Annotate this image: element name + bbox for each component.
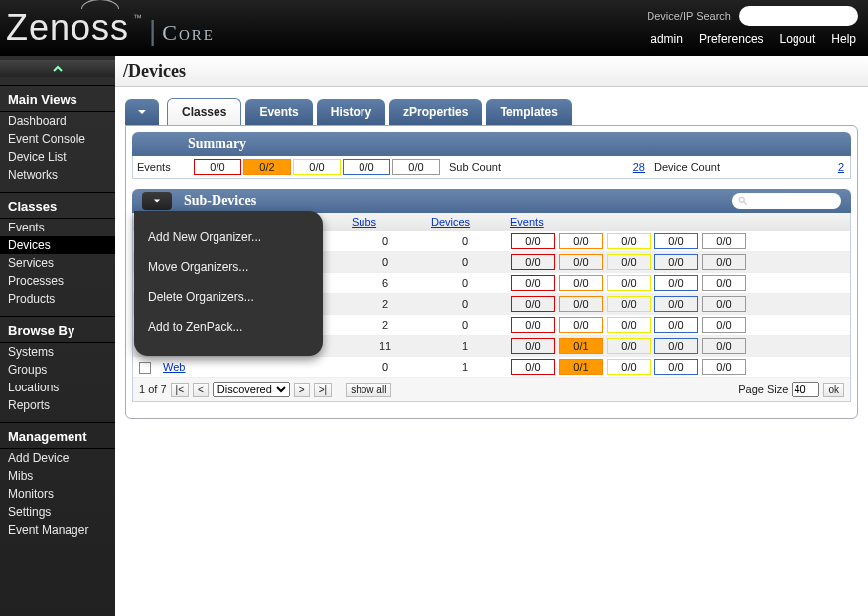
row-checkbox[interactable] [139,362,151,374]
subdevices-menu-button[interactable] [142,192,172,210]
link-preferences[interactable]: Preferences [699,32,764,46]
row-ev-2[interactable]: 0/0 [607,338,651,354]
header-links: admin Preferences Logout Help [651,32,856,46]
row-ev-3[interactable]: 0/0 [654,296,698,312]
tab-classes[interactable]: Classes [167,98,241,125]
row-ev-0[interactable]: 0/0 [511,338,555,354]
row-ev-2[interactable]: 0/0 [607,233,651,249]
row-ev-0[interactable]: 0/0 [511,359,555,375]
sidebar-item-mibs[interactable]: Mibs [0,467,115,485]
menu-add-to-zenpack[interactable]: Add to ZenPack... [148,312,305,342]
row-ev-1[interactable]: 0/0 [559,254,603,270]
search-field[interactable] [739,6,858,26]
row-ev-2[interactable]: 0/0 [607,275,651,291]
sidebar-item-reports[interactable]: Reports [0,396,115,414]
row-ev-1[interactable]: 0/1 [559,338,603,354]
subdevices-search[interactable] [732,193,841,209]
menu-delete-organizers[interactable]: Delete Organizers... [148,282,305,312]
row-ev-3[interactable]: 0/0 [654,359,698,375]
sidebar-item-device-list[interactable]: Device List [0,148,115,166]
row-ev-0[interactable]: 0/0 [511,317,555,333]
row-ev-3[interactable]: 0/0 [654,275,698,291]
pager-ok[interactable]: ok [823,383,844,397]
row-ev-1[interactable]: 0/0 [559,275,603,291]
row-ev-1[interactable]: 0/0 [559,317,603,333]
row-ev-0[interactable]: 0/0 [511,233,555,249]
sidebar-item-event-manager[interactable]: Event Manager [0,521,115,539]
row-ev-0[interactable]: 0/0 [511,275,555,291]
sidebar-item-monitors[interactable]: Monitors [0,485,115,503]
summary-devicecount-value[interactable]: 2 [830,161,850,173]
row-ev-2[interactable]: 0/0 [607,359,651,375]
pager-select[interactable]: Discovered [213,382,290,397]
row-ev-4[interactable]: 0/0 [702,233,746,249]
tab-menu-button[interactable] [125,99,159,125]
row-ev-3[interactable]: 0/0 [654,233,698,249]
row-ev-4[interactable]: 0/0 [702,254,746,270]
row-ev-1[interactable]: 0/0 [559,233,603,249]
sidebar-item-settings[interactable]: Settings [0,503,115,521]
summary-ev-info[interactable]: 0/0 [343,159,390,175]
link-help[interactable]: Help [831,32,856,46]
summary-subcount-value[interactable]: 28 [621,161,651,173]
row-ev-4[interactable]: 0/0 [702,296,746,312]
sidebar-group-main-views: Main Views [0,85,115,112]
sidebar-group-classes: Classes [0,192,115,219]
sidebar-item-products[interactable]: Products [0,290,115,308]
pager-show-all[interactable]: show all [346,383,391,397]
sidebar-item-devices[interactable]: Devices [0,236,115,254]
col-events[interactable]: Events [505,213,850,231]
sidebar-item-services[interactable]: Services [0,254,115,272]
sidebar-item-processes[interactable]: Processes [0,272,115,290]
row-ev-2[interactable]: 0/0 [607,296,651,312]
row-ev-2[interactable]: 0/0 [607,254,651,270]
summary-ev-error[interactable]: 0/2 [243,159,291,175]
pager-first[interactable]: |< [171,383,189,397]
row-name-link[interactable]: Web [163,361,185,373]
pager-size-input[interactable] [792,382,819,397]
search-input[interactable] [751,10,868,22]
col-devices[interactable]: Devices [425,213,505,231]
sidebar-collapse-button[interactable] [0,60,115,77]
sidebar-item-systems[interactable]: Systems [0,343,115,361]
row-ev-3[interactable]: 0/0 [654,317,698,333]
row-ev-1[interactable]: 0/0 [559,296,603,312]
row-ev-1[interactable]: 0/1 [559,359,603,375]
sidebar-item-networks[interactable]: Networks [0,166,115,184]
menu-move-organizers[interactable]: Move Organizers... [148,252,305,282]
pager-prev[interactable]: < [193,383,209,397]
sidebar-item-add-device[interactable]: Add Device [0,449,115,467]
row-ev-3[interactable]: 0/0 [654,254,698,270]
row-ev-0[interactable]: 0/0 [511,254,555,270]
row-ev-4[interactable]: 0/0 [702,359,746,375]
row-ev-3[interactable]: 0/0 [654,338,698,354]
tab-history[interactable]: History [317,99,385,125]
summary-ev-critical[interactable]: 0/0 [194,159,241,175]
row-ev-0[interactable]: 0/0 [511,296,555,312]
menu-add-new-organizer[interactable]: Add New Organizer... [148,223,305,252]
pager-next[interactable]: > [294,383,310,397]
summary-ev-debug[interactable]: 0/0 [392,159,440,175]
sidebar-item-locations[interactable]: Locations [0,379,115,396]
row-ev-4[interactable]: 0/0 [702,338,746,354]
sidebar-item-dashboard[interactable]: Dashboard [0,112,115,130]
chevron-down-icon [137,107,147,117]
sidebar-item-event-console[interactable]: Event Console [0,130,115,148]
pager-last[interactable]: >| [314,383,332,397]
svg-point-2 [739,197,744,202]
tab-events[interactable]: Events [245,99,312,125]
sidebar-item-groups[interactable]: Groups [0,361,115,379]
sidebar-item-events[interactable]: Events [0,219,115,236]
row-ev-4[interactable]: 0/0 [702,275,746,291]
col-subs[interactable]: Subs [346,213,425,231]
tab-templates[interactable]: Templates [486,99,571,125]
tab-zproperties[interactable]: zProperties [389,99,482,125]
logo-subtitle: Core [162,20,215,46]
subdevices-context-menu: Add New Organizer... Move Organizers... … [134,211,323,356]
link-admin[interactable]: admin [651,32,683,46]
link-logout[interactable]: Logout [780,32,816,46]
row-ev-2[interactable]: 0/0 [607,317,651,333]
summary-ev-warning[interactable]: 0/0 [293,159,341,175]
row-ev-4[interactable]: 0/0 [702,317,746,333]
header-search: Device/IP Search [647,6,858,26]
